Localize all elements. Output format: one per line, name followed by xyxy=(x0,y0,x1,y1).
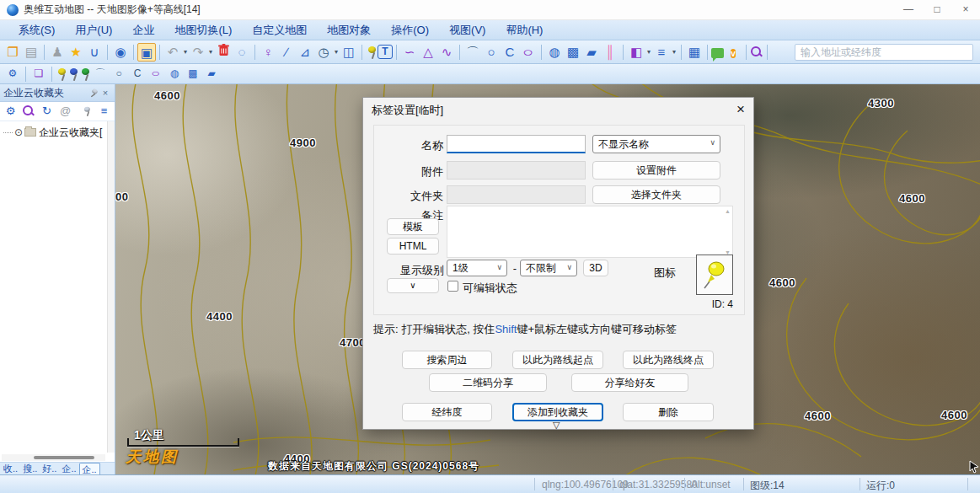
html-button[interactable]: HTML xyxy=(387,238,439,255)
list-icon[interactable]: ≡ xyxy=(652,43,671,62)
level-max-select[interactable]: 不限制∨ xyxy=(520,260,577,276)
side-panel-icon[interactable]: ◧ xyxy=(627,43,645,62)
scrollbar-thumb[interactable] xyxy=(34,456,94,459)
open-folder-icon[interactable]: ❐ xyxy=(3,43,22,62)
columns-icon[interactable]: ║ xyxy=(601,43,619,62)
tab-favorites[interactable]: 收.. xyxy=(1,463,20,474)
tab-enterprise-cloud[interactable]: 企.. xyxy=(79,463,100,474)
add-to-favorites-button[interactable]: 添加到收藏夹 xyxy=(512,403,603,421)
sidebar-vertical-scrollbar[interactable] xyxy=(107,121,115,453)
clock-dropdown-icon[interactable]: ▾ xyxy=(333,48,340,56)
panel-dropdown-icon[interactable]: ▾ xyxy=(645,48,652,56)
scroll-up-icon[interactable]: ▲ xyxy=(725,208,731,214)
ruler-icon[interactable]: ∕ xyxy=(277,43,296,62)
pin-filter-icon[interactable] xyxy=(83,105,92,117)
vip-icon[interactable]: v xyxy=(731,49,736,58)
tab-enterprise[interactable]: 企.. xyxy=(59,463,78,474)
share-friend-button[interactable]: 分享给好友 xyxy=(571,373,688,392)
ellipse-icon[interactable]: ○ xyxy=(147,65,165,83)
table-icon[interactable]: ▦ xyxy=(685,43,704,62)
gear-icon[interactable]: ⚙ xyxy=(3,104,18,119)
refresh-icon[interactable]: ↻ xyxy=(40,104,54,119)
arc-icon[interactable]: ⌒ xyxy=(91,65,110,83)
chat-icon[interactable] xyxy=(711,48,724,58)
arc-circle-icon[interactable]: C xyxy=(128,65,147,83)
filled-polygon-icon[interactable]: ▰ xyxy=(582,43,601,62)
gear-icon[interactable]: ⚙ xyxy=(3,65,22,83)
sidebar-close-icon[interactable]: × xyxy=(99,88,111,98)
choose-folder-button[interactable]: 选择文件夹 xyxy=(592,185,720,204)
arc-icon[interactable]: ⌒ xyxy=(463,43,482,62)
dialog-expander-icon[interactable]: ▽ xyxy=(553,420,560,431)
menu-enterprise[interactable]: 企业 xyxy=(122,20,164,40)
menu-system[interactable]: 系统(S) xyxy=(8,20,65,40)
track-route-icon[interactable]: ∪ xyxy=(85,43,104,62)
crop-screenshot-icon[interactable]: ▣ xyxy=(137,43,156,62)
name-input[interactable] xyxy=(447,135,586,153)
tree-item-enterprise-favorites[interactable]: ⊙ 企业云收藏夹[ xyxy=(0,125,115,140)
pushpin-icon[interactable] xyxy=(366,45,378,60)
camera-icon[interactable]: ◫ xyxy=(340,43,358,62)
filled-polygon-icon[interactable]: ▰ xyxy=(202,65,221,83)
menu-map-objects[interactable]: 地图对象 xyxy=(317,20,381,40)
undo-icon[interactable]: ↶ xyxy=(163,43,182,62)
redo-dropdown-icon[interactable]: ▾ xyxy=(207,48,214,56)
menu-help[interactable]: 帮助(H) xyxy=(495,20,553,40)
menu-operations[interactable]: 操作(O) xyxy=(381,20,439,40)
ellipse-icon[interactable]: ○ xyxy=(519,43,538,62)
qr-share-button[interactable]: 二维码分享 xyxy=(429,373,547,392)
contacts-icon[interactable]: ♟ xyxy=(48,43,67,62)
filled-rect-icon[interactable]: ▩ xyxy=(184,65,202,83)
menu-map-switch[interactable]: 地图切换(L) xyxy=(164,20,242,40)
undo-dropdown-icon[interactable]: ▾ xyxy=(182,48,189,56)
delete-button[interactable]: 删除 xyxy=(623,403,714,421)
filled-rect-icon[interactable]: ▩ xyxy=(564,43,582,62)
name-display-select[interactable]: 不显示名称∨ xyxy=(592,135,720,153)
menu-custom-map[interactable]: 自定义地图 xyxy=(242,20,317,40)
menu-view[interactable]: 视图(V) xyxy=(439,20,495,40)
layers-list-icon[interactable]: ≡ xyxy=(97,104,111,119)
tab-friends[interactable]: 好.. xyxy=(40,463,59,474)
route-start-button[interactable]: 以此为路线起点 xyxy=(512,351,603,369)
search-icon[interactable] xyxy=(22,104,35,118)
latlng-button[interactable]: 经纬度 xyxy=(402,403,492,421)
search-input[interactable] xyxy=(795,44,973,61)
route-end-button[interactable]: 以此为路线终点 xyxy=(623,351,714,369)
level-min-select[interactable]: 1级∨ xyxy=(447,260,507,276)
location-pin-icon[interactable]: ♀ xyxy=(259,43,277,62)
tab-search[interactable]: 搜.. xyxy=(20,463,40,474)
map-canvas[interactable]: 4600 4300 4900 00 4600 4600 4400 4700 46… xyxy=(115,84,980,474)
polygon-icon[interactable]: △ xyxy=(419,43,437,62)
save-icon[interactable]: ▤ xyxy=(22,43,40,62)
arc-circle-icon[interactable]: C xyxy=(501,43,519,62)
dock-pin-icon[interactable] xyxy=(87,86,99,99)
3d-button[interactable]: 3D xyxy=(583,260,608,276)
list-dropdown-icon[interactable]: ▾ xyxy=(671,48,677,56)
circle-icon[interactable]: ○ xyxy=(482,43,501,62)
expand-chevron-button[interactable]: ∨ xyxy=(387,278,439,293)
maximize-button[interactable]: □ xyxy=(923,0,951,19)
filled-circle-icon[interactable]: ◍ xyxy=(545,43,564,62)
marker-icon-box[interactable] xyxy=(696,255,733,295)
document-icon[interactable]: ❏ xyxy=(29,65,48,83)
lasso-selection-icon[interactable]: ◌ xyxy=(233,43,251,62)
globe-3d-icon[interactable]: ◉ xyxy=(111,43,130,62)
set-square-icon[interactable]: ⊿ xyxy=(296,43,314,62)
curve-icon[interactable]: ∿ xyxy=(437,43,456,62)
clock-icon[interactable]: ◷ xyxy=(314,43,333,62)
redo-icon[interactable]: ↷ xyxy=(189,43,207,62)
green-pin-icon[interactable] xyxy=(79,67,91,82)
remark-textarea[interactable]: ▲ ▼ xyxy=(447,206,733,258)
sidebar-horizontal-scrollbar[interactable] xyxy=(2,454,105,461)
template-button[interactable]: 模板 xyxy=(387,218,439,235)
filled-circle-icon[interactable]: ◍ xyxy=(165,65,184,83)
search-icon[interactable] xyxy=(750,46,763,59)
visibility-eye-icon[interactable]: ⊙ xyxy=(14,126,23,138)
blue-pin-icon[interactable] xyxy=(67,67,79,82)
dialog-close-icon[interactable]: × xyxy=(736,101,745,118)
delete-trash-icon[interactable] xyxy=(214,43,233,62)
close-button[interactable]: × xyxy=(951,0,980,19)
text-label-icon[interactable]: T xyxy=(378,45,393,59)
yellow-pin-icon[interactable] xyxy=(56,67,67,82)
editable-checkbox[interactable] xyxy=(447,281,458,292)
